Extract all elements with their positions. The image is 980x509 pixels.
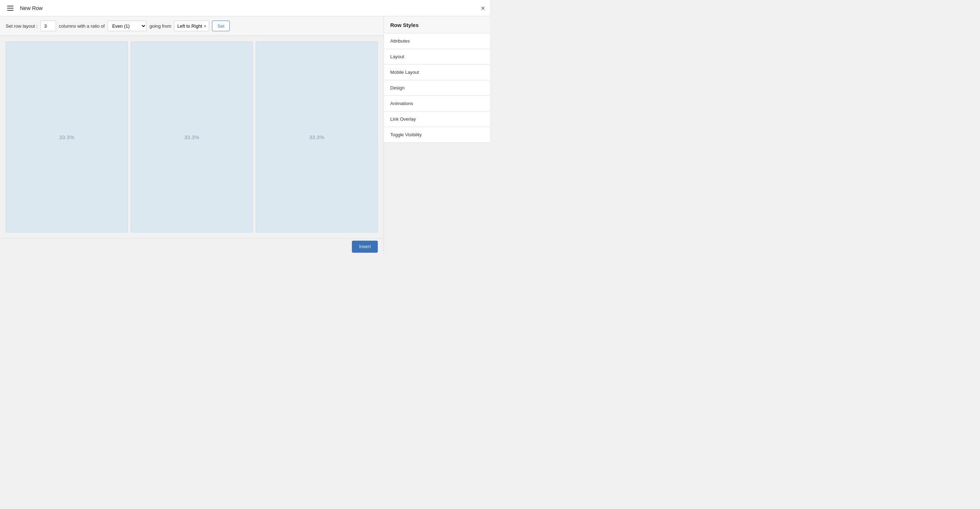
content-area: Set row layout : columns with a ratio of… xyxy=(0,16,383,254)
sidebar-item[interactable]: Animations xyxy=(384,96,490,111)
sidebar-spacer xyxy=(384,143,490,254)
chevron-down-icon: ▾ xyxy=(204,24,206,28)
set-button[interactable]: Set xyxy=(212,21,230,31)
top-bar: New Row × xyxy=(0,0,490,16)
col-block: 33.3% xyxy=(130,41,253,232)
ratio-prefix-label: columns with a ratio of xyxy=(59,24,105,29)
columns-preview: 33.3%33.3%33.3% xyxy=(0,36,383,238)
sidebar-title: Row Styles xyxy=(384,16,490,33)
direction-value: Left to Right xyxy=(177,24,202,29)
toolbar-row: Set row layout : columns with a ratio of… xyxy=(0,16,383,36)
set-layout-label: Set row layout : xyxy=(6,24,38,29)
main-layout: Set row layout : columns with a ratio of… xyxy=(0,16,490,254)
col-percent: 33.3% xyxy=(59,134,75,140)
col-count-input[interactable] xyxy=(40,21,56,31)
menu-icon[interactable] xyxy=(6,4,15,12)
bottom-bar: Insert xyxy=(0,238,383,254)
direction-dropdown[interactable]: Left to Right ▾ xyxy=(174,21,209,31)
sidebar-item[interactable]: Attributes xyxy=(384,33,490,49)
ratio-select[interactable]: Even (1)2:11:23:11:32:1:11:2:11:1:2 xyxy=(108,21,146,31)
col-block: 33.3% xyxy=(256,41,378,232)
close-button[interactable]: × xyxy=(481,5,485,12)
sidebar-item[interactable]: Design xyxy=(384,80,490,96)
insert-button[interactable]: Insert xyxy=(352,241,378,253)
right-sidebar: Row Styles AttributesLayoutMobile Layout… xyxy=(383,16,490,254)
sidebar-item[interactable]: Toggle Visibility xyxy=(384,127,490,143)
sidebar-item[interactable]: Mobile Layout xyxy=(384,65,490,80)
col-percent: 33.3% xyxy=(309,134,325,140)
sidebar-item[interactable]: Layout xyxy=(384,49,490,65)
page-title: New Row xyxy=(20,5,43,11)
sidebar-items: AttributesLayoutMobile LayoutDesignAnima… xyxy=(384,33,490,143)
col-block: 33.3% xyxy=(6,41,128,232)
sidebar-item[interactable]: Link Overlay xyxy=(384,111,490,127)
col-percent: 33.3% xyxy=(184,134,200,140)
going-from-label: going from xyxy=(150,24,171,29)
